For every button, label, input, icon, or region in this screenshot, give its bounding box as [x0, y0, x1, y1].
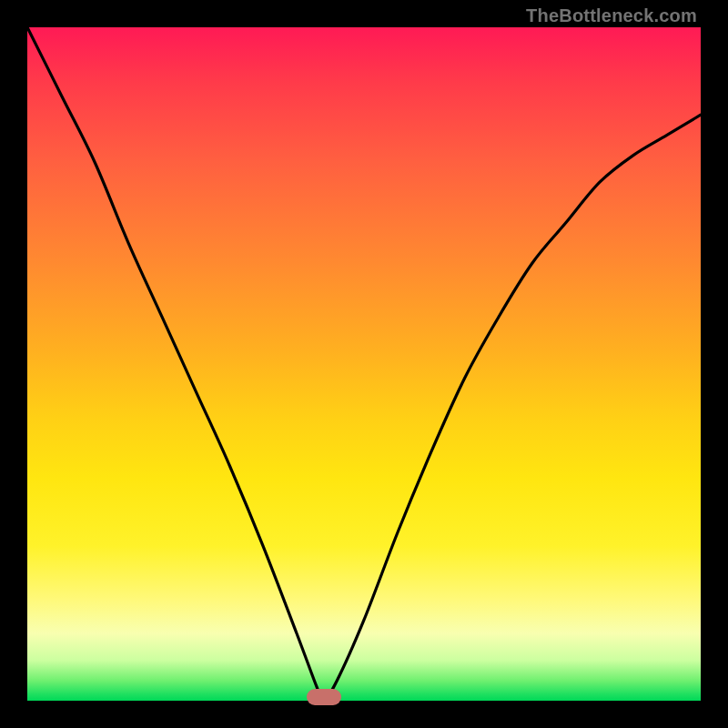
chart-frame: TheBottleneck.com	[0, 0, 728, 728]
min-marker	[307, 689, 341, 705]
watermark-text: TheBottleneck.com	[526, 5, 697, 26]
bottleneck-curve	[27, 27, 701, 701]
